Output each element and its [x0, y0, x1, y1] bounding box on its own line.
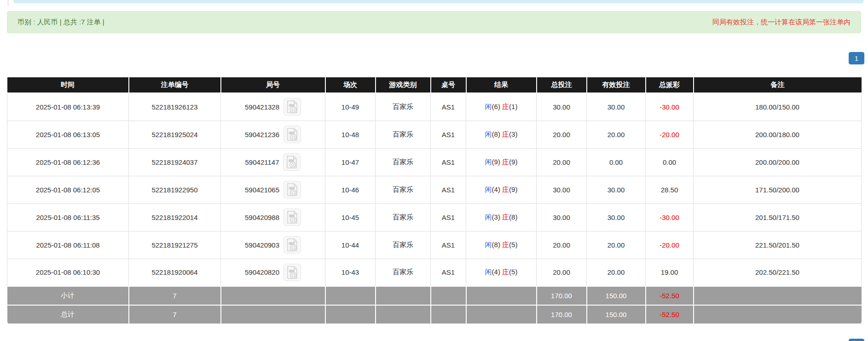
- round-cell: 590421147: [221, 148, 325, 176]
- remark: 201.50/171.50: [694, 203, 862, 231]
- header-round-id: 局号: [221, 77, 325, 93]
- bet-time: 2025-01-08 06:13:05: [7, 121, 129, 148]
- video-icon: [286, 155, 298, 169]
- valid-bet-amount: 20.00: [587, 121, 646, 148]
- table-row: 2025-01-08 06:12:05 522181922950 5904210…: [7, 176, 862, 203]
- video-replay-button[interactable]: [283, 153, 301, 171]
- game-type: 百家乐: [376, 231, 431, 259]
- session-no: 10-48: [325, 121, 376, 148]
- result-banker-label: 庄: [502, 103, 509, 110]
- result-banker-points: (5): [509, 241, 517, 249]
- total-bet-amount[interactable]: 20.00: [537, 148, 587, 176]
- result-banker-label: 庄: [502, 130, 509, 138]
- result-player-points: (3): [492, 213, 500, 221]
- table-row: 2025-01-08 06:11:35 522181922014 5904209…: [7, 203, 862, 231]
- game-result: 闲(8) 庄(5): [466, 231, 537, 259]
- bet-time: 2025-01-08 06:10:30: [7, 259, 129, 286]
- result-banker-label: 庄: [502, 158, 509, 166]
- top-info-alert-remnant: [14, 0, 863, 3]
- video-replay-button[interactable]: [284, 98, 301, 116]
- total-bet-amount[interactable]: 30.00: [537, 93, 587, 121]
- total-bet-amount[interactable]: 20.00: [537, 231, 587, 259]
- video-replay-button[interactable]: [284, 264, 301, 281]
- payout-amount: -20.00: [646, 121, 694, 148]
- bet-records-page: { "summary_bar": { "left_text": "币别 : 人民…: [0, 0, 868, 341]
- video-icon: [286, 127, 298, 141]
- subtotal-label: 小计: [7, 286, 129, 305]
- game-type: 百家乐: [376, 148, 431, 176]
- result-banker-label: 庄: [502, 241, 509, 249]
- payout-amount: 0.00: [646, 148, 694, 176]
- payout-amount: 19.00: [646, 259, 694, 286]
- remark: 171.50/200.00: [694, 176, 862, 203]
- result-player-points: (4): [492, 268, 500, 276]
- result-player-points: (6): [492, 103, 500, 110]
- round-cell: 590421065: [221, 176, 325, 203]
- total-bet-amount[interactable]: 30.00: [537, 203, 587, 231]
- bet-id: 522181924037: [129, 148, 221, 176]
- result-banker-label: 庄: [502, 213, 509, 221]
- bet-time: 2025-01-08 06:12:05: [7, 176, 129, 203]
- remark: 221.50/201.50: [694, 231, 862, 259]
- result-banker-points: (9): [509, 185, 517, 193]
- result-player-label: 闲: [485, 103, 492, 110]
- video-icon: [286, 100, 298, 114]
- result-banker-label: 庄: [502, 268, 509, 276]
- payout-amount: -30.00: [646, 203, 694, 231]
- payout-amount: 28.50: [646, 176, 694, 203]
- result-player-points: (8): [492, 130, 500, 138]
- total-bet-amount[interactable]: 30.00: [537, 176, 587, 203]
- header-valid-bet: 有效投注: [587, 77, 646, 93]
- pagination-page-1-bottom[interactable]: [849, 339, 864, 341]
- bet-id: 522181922014: [129, 203, 221, 231]
- result-banker-points: (3): [509, 130, 517, 138]
- payout-amount: -20.00: [646, 231, 694, 259]
- game-result: 闲(4) 庄(9): [466, 176, 537, 203]
- bet-id: 522181921275: [129, 231, 221, 259]
- video-replay-button[interactable]: [284, 126, 301, 143]
- bet-time: 2025-01-08 06:12:36: [7, 148, 129, 176]
- video-replay-button[interactable]: [284, 208, 301, 226]
- result-player-points: (4): [492, 185, 500, 193]
- table-no: AS1: [431, 259, 466, 286]
- session-no: 10-47: [325, 148, 376, 176]
- result-banker-points: (8): [509, 213, 517, 221]
- container-edge-line: [8, 0, 8, 6]
- header-session: 场次: [325, 77, 376, 93]
- game-result: 闲(9) 庄(9): [466, 148, 537, 176]
- remark: 202.50/221.50: [694, 259, 862, 286]
- subtotal-count: 7: [129, 286, 221, 305]
- round-id: 590420903: [245, 241, 279, 249]
- table-no: AS1: [431, 93, 466, 121]
- result-player-label: 闲: [485, 185, 492, 193]
- header-total-bet: 总投注: [537, 77, 587, 93]
- header-remark: 备注: [694, 77, 862, 93]
- game-result: 闲(6) 庄(1): [466, 93, 537, 121]
- video-icon: [286, 183, 298, 197]
- valid-bet-amount: 30.00: [587, 176, 646, 203]
- remark: 200.00/180.00: [694, 121, 862, 148]
- total-bet-amount[interactable]: 20.00: [537, 121, 587, 148]
- game-type: 百家乐: [376, 121, 431, 148]
- table-body: 2025-01-08 06:13:39 522181926123 5904213…: [7, 93, 862, 286]
- table-no: AS1: [431, 203, 466, 231]
- total-label: 总计: [7, 305, 129, 324]
- pagination-page-1-top[interactable]: 1: [849, 52, 864, 64]
- valid-bet-amount: 30.00: [587, 203, 646, 231]
- result-player-label: 闲: [485, 213, 492, 221]
- valid-bet-amount: 20.00: [587, 259, 646, 286]
- valid-bet-amount: 20.00: [587, 231, 646, 259]
- header-time: 时间: [7, 77, 129, 93]
- round-id: 590421065: [245, 186, 279, 194]
- table-header-row: 时间 注单编号 局号 场次 游戏类别 桌号 结果 总投注 有效投注 总派彩 备注: [7, 77, 862, 93]
- round-id: 590421147: [245, 158, 279, 166]
- game-type: 百家乐: [376, 176, 431, 203]
- total-bet-amount[interactable]: 20.00: [537, 259, 587, 286]
- session-no: 10-44: [325, 231, 376, 259]
- video-replay-button[interactable]: [284, 236, 301, 254]
- video-replay-button[interactable]: [284, 181, 301, 198]
- game-type: 百家乐: [376, 203, 431, 231]
- table-no: AS1: [431, 231, 466, 259]
- session-no: 10-43: [325, 259, 376, 286]
- game-type: 百家乐: [376, 259, 431, 286]
